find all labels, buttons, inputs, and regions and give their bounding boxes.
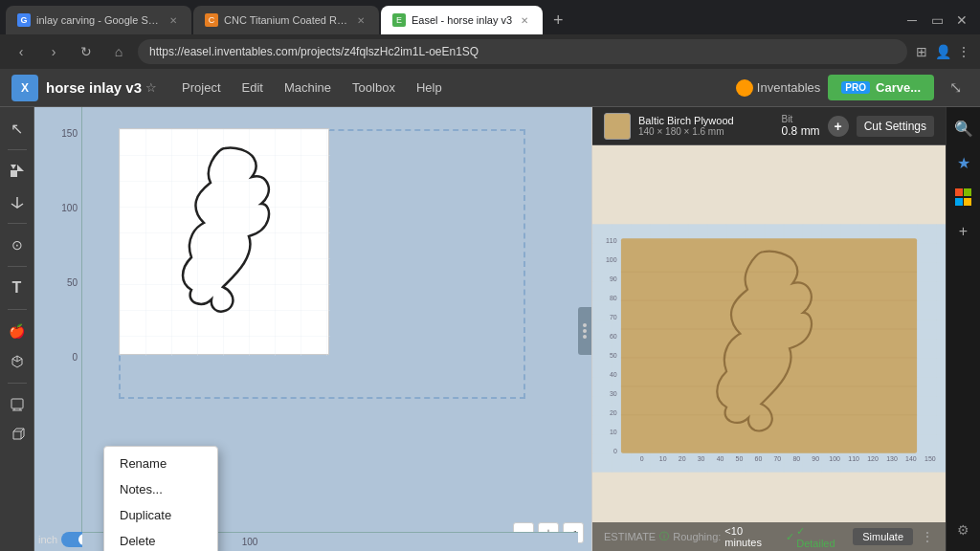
inch-label[interactable]: inch bbox=[38, 534, 57, 545]
import-tool[interactable] bbox=[4, 188, 31, 215]
svg-text:30: 30 bbox=[610, 390, 617, 397]
tab2-label: CNC Titanium Coated Router Bi... bbox=[224, 14, 348, 26]
tab-3[interactable]: E Easel - horse inlay v3 ✕ bbox=[381, 6, 543, 34]
preview-more-btn[interactable]: ⋮ bbox=[921, 529, 934, 544]
svg-text:20: 20 bbox=[610, 409, 617, 416]
tab1-close[interactable]: ✕ bbox=[167, 13, 180, 27]
address-bar[interactable]: https://easel.inventables.com/projects/z… bbox=[138, 39, 907, 64]
add-material-btn[interactable]: + bbox=[828, 116, 849, 137]
preview-area: 0 10 20 30 40 50 60 70 80 90 100 110 120… bbox=[592, 145, 946, 551]
tab-2[interactable]: C CNC Titanium Coated Router Bi... ✕ bbox=[193, 6, 379, 34]
cursor-tool[interactable]: ↖ bbox=[4, 115, 31, 142]
shapes-icon bbox=[10, 164, 25, 179]
svg-text:70: 70 bbox=[610, 314, 617, 320]
address-text: https://easel.inventables.com/projects/z… bbox=[149, 45, 479, 58]
right-panel-top: Baltic Birch Plywood 140 × 180 × 1.6 mm … bbox=[592, 107, 946, 145]
menu-machine[interactable]: Machine bbox=[275, 77, 341, 99]
import-svg-tool[interactable] bbox=[4, 391, 31, 418]
toolbar-separator-4 bbox=[8, 309, 27, 310]
svg-text:20: 20 bbox=[679, 455, 686, 462]
svg-text:100: 100 bbox=[829, 455, 840, 462]
preview-bottom-bar: ESTIMATE ⓘ Roughing: <10 minutes ✓ ✓ Det… bbox=[592, 522, 946, 551]
cut-settings-btn[interactable]: Cut Settings bbox=[857, 116, 934, 137]
text-tool[interactable]: T bbox=[4, 275, 31, 301]
minimize-btn[interactable]: ─ bbox=[903, 11, 921, 29]
svg-text:50: 50 bbox=[610, 352, 617, 359]
search-side-btn[interactable]: 🔍 bbox=[950, 115, 977, 142]
estimate-info-icon: ⓘ bbox=[659, 530, 669, 543]
bookmark-btn[interactable]: ★ bbox=[950, 149, 977, 176]
reload-btn[interactable]: ↻ bbox=[73, 38, 100, 65]
svg-text:110: 110 bbox=[606, 237, 617, 244]
favorite-star-icon[interactable]: ☆ bbox=[145, 80, 157, 95]
svg-text:60: 60 bbox=[755, 455, 763, 462]
office-btn[interactable] bbox=[950, 184, 977, 210]
home-btn[interactable]: ⌂ bbox=[105, 38, 132, 65]
menu-edit[interactable]: Edit bbox=[233, 77, 273, 99]
inventables-btn[interactable]: Inventables bbox=[736, 79, 821, 97]
target-tool[interactable]: ⊙ bbox=[4, 231, 31, 258]
settings-side-btn[interactable]: ⚙ bbox=[950, 517, 977, 543]
menu-help[interactable]: Help bbox=[407, 77, 452, 99]
tab3-close[interactable]: ✕ bbox=[518, 13, 531, 27]
svg-marker-2 bbox=[11, 165, 16, 169]
profile-btn[interactable]: 👤 bbox=[934, 43, 951, 60]
add-extension-btn[interactable]: + bbox=[950, 218, 977, 245]
import-icon bbox=[10, 194, 25, 209]
ctx-delete[interactable]: Delete bbox=[104, 528, 217, 551]
tab2-favicon: C bbox=[205, 13, 218, 27]
menu-toolbox[interactable]: Toolbox bbox=[343, 77, 405, 99]
panel-resize-handle[interactable] bbox=[578, 307, 591, 355]
extensions-btn[interactable]: ⊞ bbox=[913, 43, 930, 60]
microsoft-icon bbox=[955, 188, 972, 206]
bit-label: Bit 0.8 mm bbox=[782, 114, 820, 138]
box-3d-tool[interactable] bbox=[4, 348, 31, 375]
ruler-label-50: 50 bbox=[67, 277, 78, 288]
new-tab-btn[interactable]: + bbox=[545, 7, 571, 33]
svg-rect-7 bbox=[621, 238, 917, 452]
ruler-label-0: 0 bbox=[72, 352, 78, 363]
svg-text:100: 100 bbox=[606, 256, 617, 263]
apple-tool[interactable]: 🍎 bbox=[4, 318, 31, 344]
ruler-label-x100: 100 bbox=[242, 537, 258, 547]
material-dimensions: 140 × 180 × 1.6 mm bbox=[638, 126, 734, 137]
simulate-btn[interactable]: Simulate bbox=[853, 528, 913, 545]
ruler-label-150: 150 bbox=[61, 128, 78, 139]
toolbar-separator-1 bbox=[8, 149, 27, 150]
detailed-btn[interactable]: ✓ ✓ Detailed bbox=[786, 525, 845, 549]
material-name: Baltic Birch Plywood bbox=[638, 115, 734, 126]
far-right-panel: 🔍 ★ + ⚙ bbox=[946, 107, 980, 551]
toolbar-separator-3 bbox=[8, 266, 27, 267]
roughing-value: <10 minutes bbox=[724, 525, 778, 548]
ctx-rename[interactable]: Rename bbox=[104, 451, 217, 476]
svg-text:10: 10 bbox=[659, 455, 667, 462]
carve-button[interactable]: PRO Carve... bbox=[828, 75, 934, 100]
forward-btn[interactable]: › bbox=[40, 38, 67, 65]
tab-1[interactable]: G inlay carving - Google Search ✕ bbox=[6, 6, 191, 34]
expand-icon[interactable]: ⤡ bbox=[942, 75, 969, 101]
toolbar-separator-5 bbox=[8, 383, 27, 384]
cube-tool[interactable] bbox=[4, 422, 31, 449]
svg-text:80: 80 bbox=[610, 295, 617, 301]
close-btn[interactable]: ✕ bbox=[953, 11, 970, 29]
roughing-label: Roughing: bbox=[673, 531, 721, 542]
shapes-tool[interactable] bbox=[4, 158, 31, 185]
ctx-notes[interactable]: Notes... bbox=[104, 476, 217, 502]
svg-text:50: 50 bbox=[736, 455, 744, 462]
tab2-close[interactable]: ✕ bbox=[354, 13, 368, 27]
menu-project[interactable]: Project bbox=[172, 77, 230, 99]
back-btn[interactable]: ‹ bbox=[8, 38, 34, 65]
material-info: Baltic Birch Plywood 140 × 180 × 1.6 mm bbox=[638, 115, 734, 137]
browser-actions: ⊞ 👤 ⋮ bbox=[913, 43, 972, 60]
left-toolbar: ↖ ⊙ T 🍎 bbox=[0, 107, 34, 551]
more-options-btn[interactable]: ⋮ bbox=[955, 43, 972, 60]
right-panel: Baltic Birch Plywood 140 × 180 × 1.6 mm … bbox=[591, 107, 946, 551]
tab3-label: Easel - horse inlay v3 bbox=[412, 14, 512, 26]
material-swatch bbox=[604, 113, 631, 140]
svg-text:40: 40 bbox=[610, 371, 617, 378]
restore-btn[interactable]: ▭ bbox=[928, 11, 946, 29]
handle-dot-2 bbox=[583, 329, 587, 333]
svg-text:140: 140 bbox=[905, 455, 917, 462]
ctx-duplicate[interactable]: Duplicate bbox=[104, 502, 217, 528]
estimate-label: ESTIMATE bbox=[604, 531, 656, 542]
